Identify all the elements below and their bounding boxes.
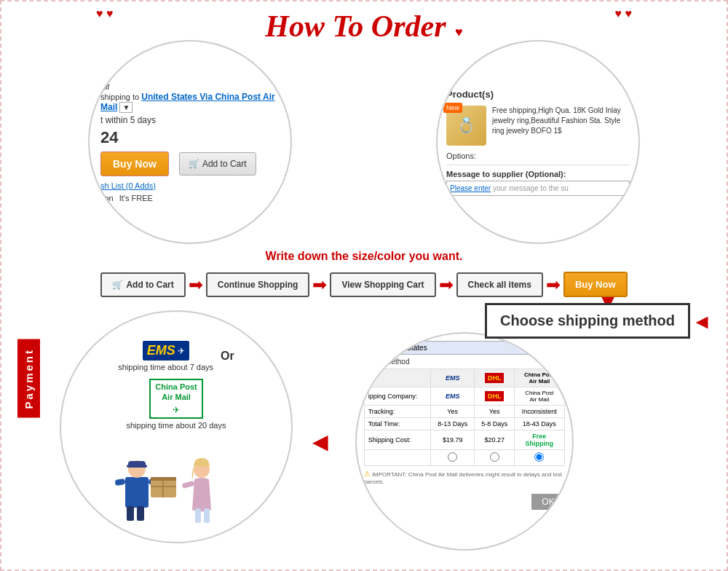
dhl-company: DHL [475, 387, 515, 406]
table-row-time: Total Time: 8-13 Days 5-8 Days 18-43 Day… [364, 418, 564, 430]
divider [446, 165, 630, 165]
title-heart-decoration: ♥ [455, 25, 463, 39]
radio-label-empty [364, 450, 430, 466]
svg-rect-6 [114, 478, 125, 485]
payment-tab: Payment [17, 339, 40, 418]
china-cost: FreeShipping [515, 430, 565, 450]
cost-label: Shipping Cost: [364, 430, 430, 450]
svg-rect-3 [127, 465, 147, 468]
table-row-cost: Shipping Cost: $19.79 $20.27 FreeShippin… [364, 430, 564, 450]
action-buttons-row: Buy Now 🛒 Add to Cart [100, 151, 280, 176]
page-title: How To Order [265, 9, 446, 43]
hearts-right-decoration: ♥ ♥ [615, 7, 632, 20]
shipping-options-table: EMS DHL China PostAir Mail ipping Compan… [364, 369, 565, 466]
top-row: air shipping to United States Via China … [1, 40, 727, 244]
col-header-ems: EMS [430, 369, 474, 387]
radio-china[interactable] [515, 450, 565, 466]
important-note: ⚠ IMPORTANT: China Post Air Mail deliver… [364, 469, 565, 487]
radio-ems-input[interactable] [448, 452, 457, 462]
ems-header: EMS [446, 374, 460, 382]
products-header: Product(s) [446, 89, 630, 100]
arrow-middle-left: ◄ [307, 427, 333, 457]
china-post-logo-container: China PostAir Mail ✈ shipping time about… [127, 379, 226, 430]
ok-button[interactable]: OK [531, 494, 564, 510]
shipping-table-content: 🇺🇸 United States ipping Method EMS [357, 334, 572, 517]
arrow-pointing-left: ◄ [307, 427, 333, 457]
col-header-dhl: DHL [475, 369, 515, 387]
options-text: Options: [446, 151, 630, 160]
arrow-2: ➡ [312, 275, 327, 295]
bottom-section: ▼ ◄ Choose shipping method ▼ Payment [1, 303, 727, 558]
col-header-china-post: China PostAir Mail [515, 369, 565, 387]
free-shipping-text: FreeShipping [526, 433, 554, 447]
svg-rect-15 [181, 480, 194, 488]
left-circle-container: air shipping to United States Via China … [88, 40, 292, 244]
svg-rect-14 [204, 508, 210, 523]
ems-tracking: Yes [430, 406, 474, 418]
message-input-placeholder: Please enter your message to the su [446, 181, 630, 196]
dhl-cost: $20.27 [475, 430, 515, 450]
delivery-persons-svg [111, 437, 242, 532]
message-hint: your message to the su [493, 184, 569, 192]
us-label: United States [384, 344, 427, 352]
bottom-right-circle-wrapper: 🇺🇸 United States ipping Method EMS [355, 332, 574, 551]
write-down-section: Write down the size/color you want. [1, 244, 727, 266]
check-items-step[interactable]: Check all items [456, 272, 543, 297]
choose-shipping-container: ◄ Choose shipping method [692, 310, 712, 334]
continue-shopping-step[interactable]: Continue Shopping [206, 272, 310, 297]
cart-icon-step: 🛒 [112, 280, 123, 290]
cart-icon-small: 🛒 [189, 159, 199, 169]
bottom-left-circle: EMS ✈ shipping time about 7 days Or Chin… [60, 310, 293, 543]
add-to-cart-step[interactable]: 🛒 Add to Cart [100, 272, 185, 297]
ems-company: EMS [430, 387, 474, 406]
shipping-method-label: ipping Method [364, 358, 565, 366]
radio-ems[interactable] [430, 450, 474, 466]
china-tracking: Inconsistent [515, 406, 565, 418]
china-post-text: China PostAir Mail [155, 382, 197, 403]
choose-shipping-text: Choose shipping method [500, 312, 675, 328]
table-row-radio [364, 450, 564, 466]
company-label: ipping Company: [364, 387, 430, 406]
ems-time: 8-13 Days [430, 418, 474, 430]
tracking-label: Tracking: [364, 406, 430, 418]
table-row-tracking: Tracking: Yes Yes Inconsistent [364, 406, 564, 418]
buy-now-button[interactable]: Buy Now [100, 151, 169, 176]
left-circle-content: air shipping to United States Via China … [90, 71, 290, 213]
time-label: Total Time: [364, 418, 430, 430]
dropdown-indicator[interactable]: ▼ [119, 102, 132, 113]
bottom-left-circle-wrapper: EMS ✈ shipping time about 7 days Or Chin… [60, 310, 293, 543]
svg-rect-5 [137, 506, 144, 521]
wishlist-link[interactable]: sh List (0 Adds) [100, 181, 156, 190]
product-row: 💍 New Free shipping,High Qua. 18K Gold I… [446, 106, 630, 146]
message-label: Message to supplier (Optional): [446, 170, 630, 178]
bottom-right-circle: 🇺🇸 United States ipping Method EMS [355, 332, 574, 551]
us-bar: 🇺🇸 United States [364, 341, 565, 355]
wishlist-row: sh List (0 Adds) [100, 181, 280, 191]
col-header-company [364, 369, 430, 387]
china-post-logo-box: China PostAir Mail ✈ [149, 379, 202, 419]
tion-row: tion It's FREE [100, 194, 280, 202]
dhl-header: DHL [485, 373, 505, 383]
arrow-1: ➡ [189, 275, 203, 295]
radio-china-input[interactable] [534, 452, 544, 462]
table-row-company: ipping Company: EMS DHL China PostAir Ma… [364, 387, 564, 406]
svg-rect-0 [125, 477, 149, 508]
ems-cost: $19.79 [430, 430, 474, 450]
arrow-4: ➡ [546, 275, 561, 295]
view-cart-step[interactable]: View Shopping Cart [330, 272, 435, 297]
radio-dhl[interactable] [475, 450, 515, 466]
radio-dhl-input[interactable] [490, 452, 499, 462]
flag-icon: 🇺🇸 [369, 344, 381, 352]
add-to-cart-button-circle[interactable]: 🛒 Add to Cart [179, 152, 256, 176]
page-container: ♥ ♥ ♥ ♥ How To Order ♥ air shipping to U… [0, 0, 728, 571]
china-company: China PostAir Mail [515, 387, 565, 406]
dhl-tracking: Yes [475, 406, 515, 418]
dhl-time: 5-8 Days [475, 418, 515, 430]
new-badge: New [443, 103, 462, 113]
china-post-shipping-time: shipping time about 20 days [127, 421, 226, 430]
write-down-text: Write down the size/color you want. [266, 250, 463, 262]
choose-shipping-box: Choose shipping method [485, 303, 690, 339]
svg-rect-13 [195, 508, 201, 523]
bottom-left-content: EMS ✈ shipping time about 7 days Or Chin… [61, 312, 291, 542]
hearts-left-decoration: ♥ ♥ [96, 7, 113, 20]
